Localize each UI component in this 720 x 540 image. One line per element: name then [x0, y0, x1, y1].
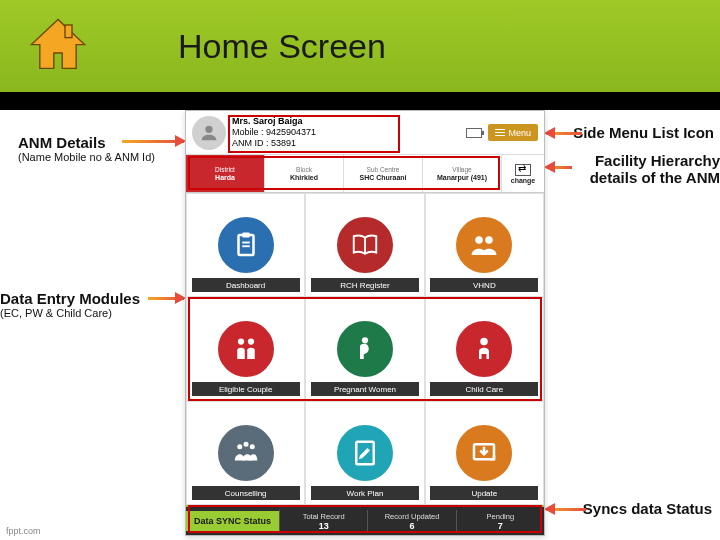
- tile-dashboard[interactable]: Dashboard: [186, 193, 305, 297]
- svg-point-11: [248, 338, 254, 344]
- tile-label: Child Care: [430, 382, 538, 396]
- hierarchy-cell[interactable]: BlockKhirkied: [265, 155, 344, 192]
- sync-title: Data SYNC Status: [186, 511, 279, 531]
- arrow-icon: [546, 508, 586, 511]
- clipboard-icon: [218, 217, 274, 273]
- arrow-icon: [546, 166, 572, 169]
- svg-point-13: [481, 338, 489, 346]
- book-icon: [337, 217, 393, 273]
- arrow-icon: [546, 132, 582, 135]
- update-icon: [456, 425, 512, 481]
- title-banner: Home Screen: [0, 0, 720, 110]
- tile-update[interactable]: Update: [425, 401, 544, 505]
- child-icon: [456, 321, 512, 377]
- change-button[interactable]: change: [502, 155, 544, 192]
- callout-data-entry: Data Entry Modules (EC, PW & Child Care): [0, 290, 140, 319]
- sync-cell: Pending7: [456, 510, 544, 533]
- tile-pregnant-women[interactable]: Pregnant Women: [305, 297, 424, 401]
- swap-icon: [515, 164, 531, 176]
- svg-point-2: [205, 125, 212, 132]
- callout-anm-details: ANM Details (Name Mobile no & ANM Id): [18, 134, 155, 163]
- svg-point-8: [476, 236, 484, 244]
- phone-screenshot: Mrs. Saroj Baiga Mobile : 9425904371 ANM…: [185, 110, 545, 536]
- tile-child-care[interactable]: Child Care: [425, 297, 544, 401]
- tile-label: Pregnant Women: [311, 382, 419, 396]
- tile-label: Work Plan: [311, 486, 419, 500]
- tile-label: VHND: [430, 278, 538, 292]
- tile-label: Eligible Couple: [192, 382, 300, 396]
- group-icon: [456, 217, 512, 273]
- tile-label: Dashboard: [192, 278, 300, 292]
- svg-rect-3: [238, 235, 253, 255]
- svg-point-12: [362, 337, 368, 343]
- tile-label: RCH Register: [311, 278, 419, 292]
- sync-status-bar: Data SYNC Status Total Record13 Record U…: [186, 505, 544, 535]
- tile-vhnd[interactable]: VHND: [425, 193, 544, 297]
- hamburger-icon: [495, 127, 505, 138]
- svg-point-9: [486, 236, 494, 244]
- tile-label: Counselling: [192, 486, 300, 500]
- tile-work-plan[interactable]: Work Plan: [305, 401, 424, 505]
- workplan-icon: [337, 425, 393, 481]
- callout-side-menu: Side Menu List Icon: [573, 124, 714, 141]
- svg-rect-1: [65, 25, 72, 38]
- menu-button[interactable]: Menu: [488, 124, 538, 141]
- callout-sync: Syncs data Status: [583, 500, 712, 517]
- hierarchy-bar: DistrictHarda BlockKhirkied Sub CentreSH…: [186, 155, 544, 193]
- hierarchy-cell[interactable]: DistrictHarda: [186, 155, 265, 192]
- footer-watermark: fppt.com: [6, 526, 41, 536]
- callout-hierarchy: Facility Hierarchy details of the ANM: [552, 152, 720, 186]
- counsel-icon: [218, 425, 274, 481]
- slide-title: Home Screen: [178, 27, 386, 66]
- sync-cell: Record Updated6: [367, 510, 455, 533]
- user-info: Mrs. Saroj Baiga Mobile : 9425904371 ANM…: [232, 116, 316, 150]
- tile-counselling[interactable]: Counselling: [186, 401, 305, 505]
- svg-point-15: [243, 442, 248, 447]
- pregnant-icon: [337, 321, 393, 377]
- svg-point-14: [237, 444, 242, 449]
- svg-point-16: [249, 444, 254, 449]
- couple-icon: [218, 321, 274, 377]
- hierarchy-cell[interactable]: Sub CentreSHC Churaani: [344, 155, 423, 192]
- tile-rch-register[interactable]: RCH Register: [305, 193, 424, 297]
- svg-rect-4: [242, 233, 250, 238]
- svg-point-10: [238, 338, 244, 344]
- app-header: Mrs. Saroj Baiga Mobile : 9425904371 ANM…: [186, 111, 544, 155]
- home-icon: [18, 11, 98, 81]
- arrow-icon: [148, 297, 184, 300]
- arrow-icon: [122, 140, 184, 143]
- battery-icon: [466, 128, 482, 138]
- tile-label: Update: [430, 486, 538, 500]
- svg-marker-0: [31, 19, 84, 68]
- avatar-icon: [192, 116, 226, 150]
- hierarchy-cell[interactable]: VillageManarpur (491): [423, 155, 502, 192]
- sync-cell: Total Record13: [279, 510, 367, 533]
- tile-eligible-couple[interactable]: Eligible Couple: [186, 297, 305, 401]
